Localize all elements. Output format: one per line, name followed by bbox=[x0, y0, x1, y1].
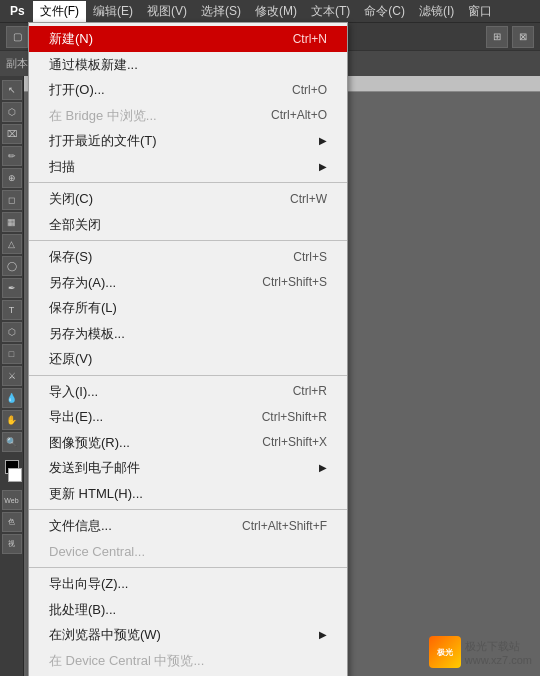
toolbar-extra-btn1[interactable]: ⊞ bbox=[486, 26, 508, 48]
menu-item-file_info[interactable]: 文件信息... Ctrl+Alt+Shift+F bbox=[29, 513, 347, 539]
menu-item-revert[interactable]: 还原(V) bbox=[29, 346, 347, 372]
menu-item-export[interactable]: 导出(E)... Ctrl+Shift+R bbox=[29, 404, 347, 430]
menu-item-label-save_as: 另存为(A)... bbox=[49, 273, 116, 293]
toolbar-new-btn[interactable]: ▢ bbox=[6, 26, 28, 48]
tool-blur[interactable]: △ bbox=[2, 234, 22, 254]
menu-cmd[interactable]: 命令(C) bbox=[357, 1, 412, 22]
tool-text[interactable]: T bbox=[2, 300, 22, 320]
menu-edit[interactable]: 编辑(E) bbox=[86, 1, 140, 22]
app-logo: Ps bbox=[4, 4, 31, 18]
file-menu-dropdown: 新建(N) Ctrl+N 通过模板新建... 打开(O)... Ctrl+O 在… bbox=[28, 22, 348, 676]
menu-item-label-save_as_template: 另存为模板... bbox=[49, 324, 125, 344]
menu-separator-1 bbox=[29, 240, 347, 241]
menu-item-scan[interactable]: 扫描 ▶ bbox=[29, 154, 347, 180]
menu-item-label-export: 导出(E)... bbox=[49, 407, 103, 427]
watermark: 极光 极光下载站 www.xz7.com bbox=[429, 636, 532, 668]
menu-select[interactable]: 选择(S) bbox=[194, 1, 248, 22]
background-color[interactable] bbox=[8, 468, 22, 482]
menu-item-save_all[interactable]: 保存所有(L) bbox=[29, 295, 347, 321]
tool-lasso[interactable]: ⬡ bbox=[2, 102, 22, 122]
tool-color-panel[interactable]: 色 bbox=[2, 512, 22, 532]
menu-item-close_all[interactable]: 全部关闭 bbox=[29, 212, 347, 238]
menu-view[interactable]: 视图(V) bbox=[140, 1, 194, 22]
tool-path[interactable]: ⬡ bbox=[2, 322, 22, 342]
tool-view[interactable]: 视 bbox=[2, 534, 22, 554]
menu-item-label-export_wizard: 导出向导(Z)... bbox=[49, 574, 128, 594]
menu-file[interactable]: 文件(F) bbox=[33, 1, 86, 22]
menu-item-update_html[interactable]: 更新 HTML(H)... bbox=[29, 481, 347, 507]
menu-item-label-revert: 还原(V) bbox=[49, 349, 92, 369]
menu-item-preview_device_central: 在 Device Central 中预览... bbox=[29, 648, 347, 674]
menu-item-save_as_template[interactable]: 另存为模板... bbox=[29, 321, 347, 347]
menu-item-label-device_central: Device Central... bbox=[49, 542, 145, 562]
menu-item-label-close_all: 全部关闭 bbox=[49, 215, 101, 235]
tool-crop[interactable]: ⌧ bbox=[2, 124, 22, 144]
left-toolbar: ↖ ⬡ ⌧ ✏ ⊕ ◻ ▦ △ ◯ ✒ T ⬡ □ ⚔ 💧 ✋ 🔍 Web 色 … bbox=[0, 76, 24, 676]
tool-zoom-left[interactable]: 🔍 bbox=[2, 432, 22, 452]
menu-item-browse_bridge: 在 Bridge 中浏览... Ctrl+Alt+O bbox=[29, 103, 347, 129]
menu-item-label-scan: 扫描 bbox=[49, 157, 75, 177]
menu-item-label-send_email: 发送到电子邮件 bbox=[49, 458, 140, 478]
menu-separator-2 bbox=[29, 375, 347, 376]
menu-item-label-import: 导入(I)... bbox=[49, 382, 98, 402]
menu-item-send_email[interactable]: 发送到电子邮件 ▶ bbox=[29, 455, 347, 481]
menu-item-batch[interactable]: 批处理(B)... bbox=[29, 597, 347, 623]
tool-gradient[interactable]: ▦ bbox=[2, 212, 22, 232]
tool-stamp[interactable]: ⊕ bbox=[2, 168, 22, 188]
menu-item-export_wizard[interactable]: 导出向导(Z)... bbox=[29, 571, 347, 597]
menu-window[interactable]: 窗口 bbox=[461, 1, 499, 22]
menu-item-image_preview[interactable]: 图像预览(R)... Ctrl+Shift+X bbox=[29, 430, 347, 456]
menu-item-label-browse_bridge: 在 Bridge 中浏览... bbox=[49, 106, 157, 126]
watermark-logo: 极光 bbox=[429, 636, 461, 668]
menu-item-label-close: 关闭(C) bbox=[49, 189, 93, 209]
menu-item-import[interactable]: 导入(I)... Ctrl+R bbox=[29, 379, 347, 405]
tool-pen[interactable]: ✒ bbox=[2, 278, 22, 298]
menu-item-close[interactable]: 关闭(C) Ctrl+W bbox=[29, 186, 347, 212]
menu-text[interactable]: 文本(T) bbox=[304, 1, 357, 22]
menu-item-save_as[interactable]: 另存为(A)... Ctrl+Shift+S bbox=[29, 270, 347, 296]
watermark-site-name: 极光下载站 bbox=[465, 639, 532, 654]
menu-separator-4 bbox=[29, 567, 347, 568]
menubar: Ps 文件(F) 编辑(E) 视图(V) 选择(S) 修改(M) 文本(T) 命… bbox=[0, 0, 540, 22]
menu-separator-3 bbox=[29, 509, 347, 510]
tool-select[interactable]: ↖ bbox=[2, 80, 22, 100]
menu-item-label-new: 新建(N) bbox=[49, 29, 93, 49]
tool-dodge[interactable]: ◯ bbox=[2, 256, 22, 276]
tool-eyedrop[interactable]: 💧 bbox=[2, 388, 22, 408]
menu-modify[interactable]: 修改(M) bbox=[248, 1, 304, 22]
menu-item-open[interactable]: 打开(O)... Ctrl+O bbox=[29, 77, 347, 103]
menu-item-label-open_recent: 打开最近的文件(T) bbox=[49, 131, 157, 151]
watermark-url: www.xz7.com bbox=[465, 654, 532, 666]
menu-item-label-preview_device_central: 在 Device Central 中预览... bbox=[49, 651, 204, 671]
toolbar-extra-btn2[interactable]: ⊠ bbox=[512, 26, 534, 48]
menu-item-label-save_all: 保存所有(L) bbox=[49, 298, 117, 318]
menu-item-device_central: Device Central... bbox=[29, 539, 347, 565]
menu-item-label-preview_browser: 在浏览器中预览(W) bbox=[49, 625, 161, 645]
menu-item-label-open: 打开(O)... bbox=[49, 80, 105, 100]
menu-item-new_from_template[interactable]: 通过模板新建... bbox=[29, 52, 347, 78]
menu-item-label-file_info: 文件信息... bbox=[49, 516, 112, 536]
tool-web[interactable]: Web bbox=[2, 490, 22, 510]
tool-brush[interactable]: ✏ bbox=[2, 146, 22, 166]
menu-item-save[interactable]: 保存(S) Ctrl+S bbox=[29, 244, 347, 270]
menu-item-label-update_html: 更新 HTML(H)... bbox=[49, 484, 143, 504]
menu-filter[interactable]: 滤镜(I) bbox=[412, 1, 461, 22]
menu-item-label-batch: 批处理(B)... bbox=[49, 600, 116, 620]
tool-slice[interactable]: ⚔ bbox=[2, 366, 22, 386]
menu-item-label-new_from_template: 通过模板新建... bbox=[49, 55, 138, 75]
menu-item-new[interactable]: 新建(N) Ctrl+N bbox=[29, 26, 347, 52]
menu-item-open_recent[interactable]: 打开最近的文件(T) ▶ bbox=[29, 128, 347, 154]
tool-shape[interactable]: □ bbox=[2, 344, 22, 364]
tool-hand[interactable]: ✋ bbox=[2, 410, 22, 430]
tool-eraser[interactable]: ◻ bbox=[2, 190, 22, 210]
menu-item-preview_browser[interactable]: 在浏览器中预览(W) ▶ bbox=[29, 622, 347, 648]
menu-item-label-image_preview: 图像预览(R)... bbox=[49, 433, 130, 453]
menu-separator-0 bbox=[29, 182, 347, 183]
menu-item-label-save: 保存(S) bbox=[49, 247, 92, 267]
